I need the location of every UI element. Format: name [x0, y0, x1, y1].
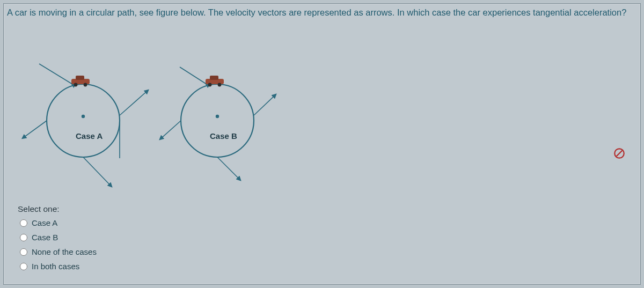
svg-line-17 [217, 157, 240, 180]
option-label: None of the cases [32, 247, 97, 256]
option-label: Case A [32, 218, 57, 227]
case-a-diagram: Case A [23, 64, 148, 188]
radio-case-a[interactable] [20, 219, 27, 227]
option-label: In both cases [32, 262, 79, 271]
svg-rect-10 [76, 76, 84, 80]
option-none[interactable]: None of the cases [20, 247, 97, 256]
figure-area: Case A Cas [13, 46, 292, 196]
case-b-label: Case B [210, 131, 237, 141]
car-icon [206, 76, 224, 86]
question-panel: A car is moving in a circular path, see … [3, 3, 641, 285]
radio-both[interactable] [20, 263, 27, 270]
svg-line-6 [83, 157, 111, 186]
question-text: A car is moving in a circular path, see … [7, 6, 635, 19]
case-a-label: Case A [76, 131, 103, 141]
svg-line-15 [180, 67, 207, 84]
svg-line-8 [120, 91, 148, 115]
svg-line-16 [254, 95, 275, 115]
svg-point-14 [216, 115, 219, 118]
options-list: Case A Case B None of the cases In both … [20, 218, 97, 271]
svg-point-1 [82, 115, 85, 118]
svg-point-11 [74, 83, 78, 87]
svg-line-2 [39, 64, 72, 84]
svg-line-7 [23, 121, 47, 138]
svg-point-0 [47, 84, 120, 157]
option-case-a[interactable]: Case A [20, 218, 97, 227]
radio-case-b[interactable] [20, 234, 27, 241]
flag-question-icon[interactable] [613, 147, 625, 159]
svg-line-18 [160, 121, 181, 139]
option-label: Case B [32, 233, 58, 242]
case-b-diagram: Case B [160, 67, 275, 180]
svg-point-12 [84, 83, 87, 87]
svg-point-22 [218, 83, 222, 87]
svg-line-24 [617, 151, 623, 157]
radio-none[interactable] [20, 248, 27, 256]
svg-rect-20 [210, 76, 218, 80]
car-icon [71, 76, 90, 86]
svg-point-13 [181, 84, 254, 157]
svg-point-21 [208, 83, 212, 87]
option-case-b[interactable]: Case B [20, 233, 97, 242]
option-both[interactable]: In both cases [20, 262, 97, 271]
circular-path-figure: Case A Cas [13, 46, 292, 196]
select-one-label: Select one: [18, 204, 60, 214]
